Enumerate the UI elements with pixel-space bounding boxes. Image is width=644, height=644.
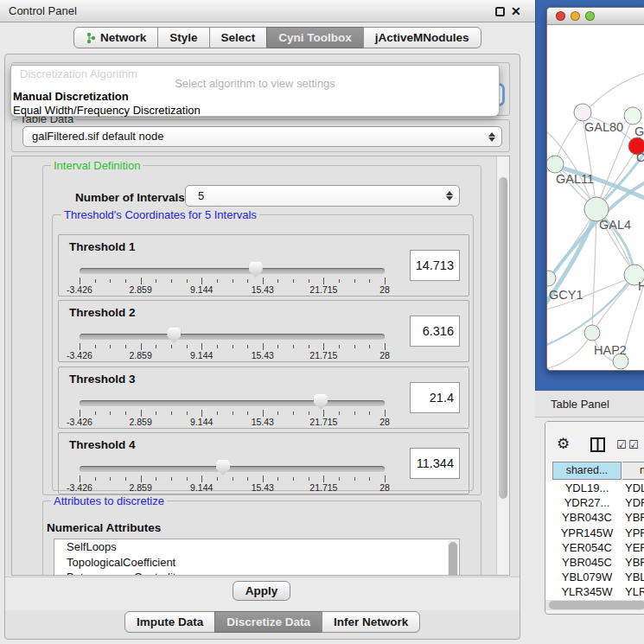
- numerical-attributes-label: Numerical Attributes: [47, 521, 161, 534]
- tick-mark: [385, 277, 386, 284]
- column-header-shared-name[interactable]: shared...: [552, 462, 622, 480]
- threshold-value-field[interactable]: 11.344: [410, 448, 460, 479]
- slider-track[interactable]: [80, 334, 385, 340]
- network-edge[interactable]: [592, 279, 634, 333]
- tab-style[interactable]: Style: [157, 27, 209, 48]
- slider-thumb[interactable]: [167, 328, 181, 343]
- table-row[interactable]: YLR345WYLR3: [545, 585, 644, 600]
- tab-label: Cyni Toolbox: [278, 28, 352, 48]
- table-row[interactable]: YDL19...YDL1: [545, 481, 644, 496]
- tick-mark: [247, 477, 248, 481]
- attributes-scrollbar[interactable]: [448, 540, 458, 576]
- tick-label: 28: [379, 417, 390, 427]
- tab-select[interactable]: Select: [209, 27, 268, 48]
- table-panel-header: Table Panel: [535, 391, 644, 418]
- slider-track[interactable]: [80, 400, 385, 406]
- tick-mark: [263, 343, 264, 350]
- tick-mark: [277, 345, 278, 348]
- threshold-value-field[interactable]: 6.316: [410, 316, 460, 347]
- network-node[interactable]: [547, 156, 564, 173]
- list-item[interactable]: TopologicalCoefficient: [54, 555, 459, 571]
- checkbox-icon[interactable]: ☑: [628, 439, 639, 450]
- gear-icon[interactable]: ⚙: [557, 437, 570, 451]
- minimize-traffic-light[interactable]: [571, 11, 580, 21]
- tick-label: 21.715: [309, 350, 337, 360]
- table-row[interactable]: YBR043CYBR0: [545, 511, 644, 526]
- settings-vertical-scrollbar[interactable]: [496, 156, 509, 575]
- cell-shared-name: YBR043C: [552, 511, 622, 524]
- table-row[interactable]: YBR045CYBR0: [545, 556, 644, 571]
- tab-cyni-toolbox[interactable]: Cyni Toolbox: [266, 27, 364, 48]
- checkbox-icon[interactable]: ☑: [616, 439, 627, 450]
- attributes-list[interactable]: SelfLoopsTopologicalCoefficientBetweenne…: [54, 539, 460, 576]
- table-data-combobox[interactable]: galFiltered.sif default node: [22, 126, 502, 147]
- tick-mark: [141, 343, 142, 350]
- cell-name: YER0: [625, 541, 644, 554]
- tab-impute-data[interactable]: Impute Data: [124, 611, 215, 633]
- stepper-icon: [446, 186, 453, 206]
- network-edge[interactable]: [547, 333, 592, 369]
- threshold-label: Threshold 4: [69, 438, 136, 451]
- tick-labels: -3.4262.8599.14415.4321.71528: [59, 482, 469, 493]
- slider-thumb[interactable]: [216, 460, 230, 475]
- tick-labels: -3.4262.8599.14415.4321.71528: [59, 284, 469, 295]
- table-row[interactable]: YDR27...YDR2: [545, 496, 644, 511]
- node-label: HAP2: [594, 343, 627, 357]
- cell-shared-name: YBR045C: [552, 556, 622, 569]
- tab-infer-network[interactable]: Infer Network: [322, 611, 420, 633]
- threshold-label: Threshold 1: [69, 240, 136, 253]
- tick-label: 28: [379, 482, 390, 493]
- tick-mark: [187, 411, 188, 415]
- tick-mark: [110, 279, 111, 283]
- table-toolbar: ⚙ ☑ ☑: [545, 422, 644, 460]
- tick-mark: [369, 411, 370, 415]
- network-canvas[interactable]: GAL80GACGAL11GAL4GCY1HHAP2: [547, 25, 644, 371]
- tick-mark: [156, 345, 156, 348]
- tick-label: 21.715: [309, 417, 337, 427]
- close-traffic-light[interactable]: [556, 11, 565, 21]
- tick-mark: [369, 279, 370, 283]
- slider-thumb[interactable]: [314, 394, 328, 410]
- threshold-value-field[interactable]: 14.713: [410, 250, 460, 281]
- table-row[interactable]: YBL079WYBL0: [545, 571, 644, 585]
- network-edge[interactable]: [556, 114, 583, 162]
- tick-mark: [80, 410, 80, 417]
- number-of-intervals-combobox[interactable]: 5: [185, 185, 460, 207]
- threshold-row: Threshold 1-3.4262.8599.14415.4321.71528…: [58, 234, 469, 296]
- tick-mark: [141, 410, 142, 417]
- tick-mark: [323, 475, 324, 482]
- network-node[interactable]: [584, 325, 600, 341]
- tab-network[interactable]: Network: [73, 27, 158, 48]
- control-panel-titlebar: Control Panel ✕: [0, 0, 535, 22]
- table-row[interactable]: YER054CYER0: [545, 541, 644, 556]
- tab-jactivemnodules[interactable]: jActiveMNodules: [363, 27, 481, 48]
- tick-mark: [95, 411, 96, 415]
- network-node[interactable]: [624, 107, 641, 124]
- threshold-value-field[interactable]: 21.4: [410, 382, 460, 413]
- list-item[interactable]: BetweennessCentrality: [54, 570, 459, 576]
- menu-item-manual-discretization[interactable]: Manual Discretization: [13, 90, 129, 103]
- float-window-icon[interactable]: [495, 7, 505, 16]
- slider-track[interactable]: [80, 268, 385, 274]
- close-icon[interactable]: ✕: [511, 3, 521, 19]
- slider-thumb[interactable]: [249, 262, 263, 277]
- column-header-name[interactable]: na: [622, 462, 644, 480]
- tab-discretize-data[interactable]: Discretize Data: [214, 611, 322, 633]
- tick-mark: [141, 475, 142, 482]
- tick-label: 15.43: [252, 417, 274, 427]
- menu-item-equal-width[interactable]: Equal Width/Frequency Discretization: [13, 104, 201, 117]
- thresholds-group: Threshold's Coordinates for 5 Intervals …: [52, 214, 474, 491]
- network-node[interactable]: [574, 104, 591, 121]
- list-item[interactable]: SelfLoops: [54, 539, 459, 555]
- algorithm-dropdown-popup: Discretization Algorithm Select algorith…: [10, 65, 500, 117]
- tick-mark: [277, 411, 278, 415]
- apply-button[interactable]: Apply: [233, 581, 290, 601]
- table-row[interactable]: YPR145WYPR1: [545, 526, 644, 541]
- zoom-traffic-light[interactable]: [585, 11, 595, 21]
- tick-mark: [323, 277, 324, 284]
- slider-track[interactable]: [80, 466, 385, 472]
- split-columns-icon[interactable]: [590, 437, 605, 452]
- tick-label: 2.859: [129, 417, 151, 427]
- cell-shared-name: YDL19...: [552, 481, 622, 494]
- table-horizontal-scrollbar[interactable]: [545, 600, 644, 610]
